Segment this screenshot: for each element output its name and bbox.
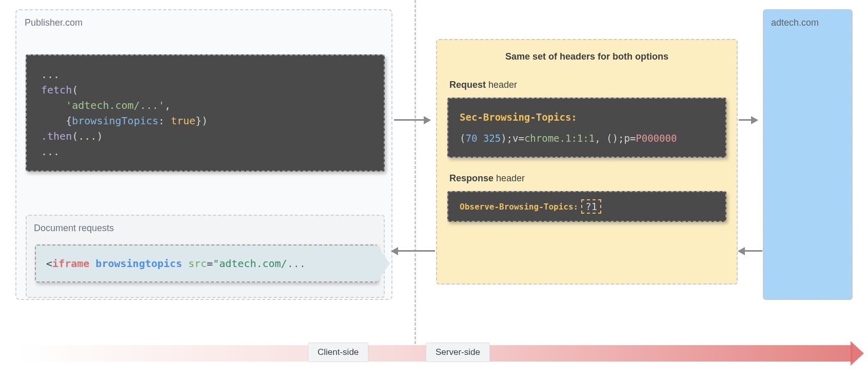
server-side-label: Server-side: [426, 343, 490, 362]
document-requests-panel: Document requests <iframe browsingtopics…: [26, 215, 385, 298]
arrow-fetch-to-headers: [394, 119, 430, 121]
code-ellipsis-end: ...: [41, 145, 60, 158]
arrow-adtech-to-headers: [739, 250, 762, 252]
req-close-semi: );: [501, 133, 512, 144]
code-ellipsis: ...: [41, 68, 60, 81]
request-header-label: Request header: [449, 80, 737, 90]
client-side-label: Client-side: [308, 343, 368, 362]
document-requests-label: Document requests: [34, 223, 114, 234]
code-brace-close: }): [195, 115, 208, 127]
client-server-divider: [415, 0, 416, 344]
code-colon: :: [159, 115, 171, 127]
response-header-value: ?1: [581, 199, 601, 214]
req-chrome: chrome.1:1:1: [524, 133, 595, 144]
adtech-label: adtech.com: [771, 17, 819, 28]
arrow-headers-to-iframe: [392, 250, 435, 252]
req-v-eq: v=: [512, 133, 524, 144]
headers-title: Same set of headers for both options: [437, 40, 737, 62]
iframe-src-value: "adtech.com/...: [213, 257, 306, 270]
arrow-headers-to-adtech: [739, 119, 757, 121]
publisher-label: Publisher.com: [25, 17, 83, 28]
iframe-attr-browsingtopics: browsingtopics: [95, 257, 182, 270]
code-fetch: fetch: [41, 84, 72, 96]
req-n1: 70: [465, 133, 477, 144]
request-header-block: Sec-Browsing-Topics: (70 325);v=chrome.1…: [447, 98, 726, 158]
req-open: (: [460, 133, 465, 144]
code-open-paren: (: [72, 84, 78, 96]
req-empty-paren: ();: [606, 133, 624, 144]
iframe-open-bracket: <: [46, 257, 52, 270]
code-then: .then: [41, 130, 72, 142]
code-url: 'adtech.com/...': [66, 99, 165, 111]
req-comma: ,: [595, 133, 606, 144]
req-p-val: P000000: [636, 133, 677, 144]
iframe-attr-src: src: [188, 257, 207, 270]
req-p-eq: p=: [624, 133, 636, 144]
headers-panel: Same set of headers for both options Req…: [436, 39, 738, 285]
iframe-tag: iframe: [52, 257, 89, 270]
request-header-name: Sec-Browsing-Topics:: [460, 111, 577, 123]
req-n2: 325: [483, 133, 501, 144]
publisher-panel: Publisher.com ... fetch( 'adtech.com/...…: [15, 9, 392, 300]
iframe-eq: =: [207, 257, 213, 270]
fetch-code-block: ... fetch( 'adtech.com/...', {browsingTo…: [26, 54, 385, 172]
code-then-args: (...): [72, 130, 103, 142]
code-true: true: [171, 115, 195, 127]
response-header-name: Observe-Browsing-Topics:: [460, 202, 578, 212]
code-key: browsingTopics: [72, 115, 159, 127]
response-header-label: Response header: [449, 173, 737, 184]
code-comma: ,: [165, 99, 171, 111]
code-brace-open: {: [66, 115, 72, 127]
adtech-panel: adtech.com: [763, 9, 853, 300]
iframe-code-block: <iframe browsingtopics src="adtech.com/.…: [35, 244, 378, 282]
response-header-block: Observe-Browsing-Topics: ?1: [447, 191, 726, 222]
